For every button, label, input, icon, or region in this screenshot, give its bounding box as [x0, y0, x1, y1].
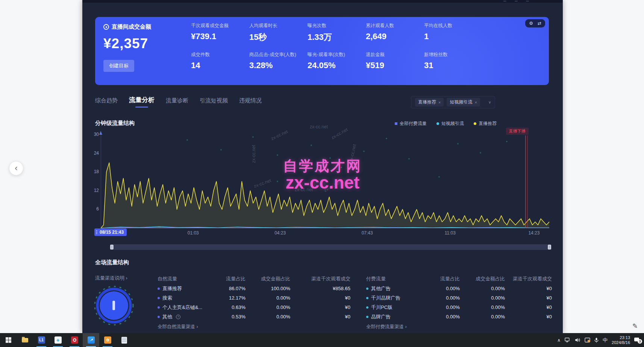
metric-cell: 平均在线人数1 [424, 23, 482, 51]
all-natural-channels-link[interactable]: 全部自然流量渠道 › [158, 324, 198, 330]
range-track [114, 244, 547, 250]
table-row-name[interactable]: 品牌广告 [366, 312, 423, 321]
table-cell: ¥0 [290, 312, 350, 321]
kpi-banner: 直播间成交金额 ¥2,357 创建目标 千次观看成交金额¥739.1人均观看时长… [95, 17, 549, 85]
table-row-name[interactable]: 千川品牌广告 [366, 293, 423, 303]
notification-button[interactable]: 3 [634, 336, 642, 344]
table-cell: ¥0 [505, 293, 552, 303]
table-row-name[interactable]: 其他广告 [366, 284, 423, 293]
gear-icon[interactable]: ⚙ [529, 21, 533, 26]
taskbar-file-explorer[interactable] [17, 333, 33, 347]
close-icon[interactable]: × [438, 100, 441, 105]
x-tick-label: 07:43 [362, 230, 373, 236]
notepad-icon [121, 337, 127, 344]
table-row-name[interactable]: 千川PC版 [366, 303, 423, 312]
tab-流量诊断[interactable]: 流量诊断 [166, 97, 188, 108]
swap-icon[interactable]: ⇄ [538, 21, 541, 26]
metric-cell: 成交件数14 [191, 52, 249, 80]
taskbar-app-live-assistant[interactable] [83, 333, 99, 347]
taskbar-app-red[interactable] [66, 333, 83, 347]
tray-chevron-up-icon[interactable]: ∧ [557, 338, 561, 343]
table-row-name[interactable]: 搜索 [158, 293, 215, 303]
all-paid-channels-link[interactable]: 全部付费流量渠道 › [366, 324, 407, 330]
taskbar-app-orange[interactable] [99, 333, 116, 347]
close-icon[interactable]: × [474, 100, 477, 105]
arrow-app-icon [88, 336, 95, 344]
clock[interactable]: 23:13 2024/8/16 [612, 335, 630, 345]
table-cell: 0.00% [460, 303, 505, 312]
legend-marker [474, 122, 476, 125]
table-row-name[interactable]: 个人主页&店铺&... [158, 303, 215, 312]
watermark-small: zx-cc.net [310, 124, 328, 129]
primary-metric-value: ¥2,357 [103, 36, 151, 52]
metric-label: 千次观看成交金额 [191, 23, 249, 29]
target-icon [103, 24, 109, 30]
create-goal-button[interactable]: 创建目标 [103, 60, 134, 72]
traffic-filter-select[interactable]: 直播推荐×短视频引流× ∨ [411, 96, 495, 108]
table-group-header: 付费流量 [366, 274, 423, 284]
metric-grid: 千次观看成交金额¥739.1人均观看时长15秒曝光次数1.33万累计观看人数2,… [191, 23, 482, 80]
microphone-icon[interactable] [594, 338, 599, 343]
pencil-icon[interactable]: ✎ [632, 322, 638, 330]
taskbar-app-notepad[interactable] [116, 333, 132, 347]
filter-chip[interactable]: 短视频引流× [447, 98, 480, 107]
table-cell: 0.53% [215, 312, 245, 321]
channel-dot [366, 306, 368, 309]
image-tool-icon[interactable] [585, 338, 590, 342]
traffic-donut-chart[interactable] [93, 283, 135, 327]
metric-label: 曝光-观看率(次数) [308, 52, 366, 58]
orange-app-icon [104, 336, 111, 344]
metric-value: 1 [424, 32, 482, 41]
chevron-down-icon[interactable]: ∨ [488, 100, 491, 104]
channel-name: 品牌广告 [371, 314, 391, 320]
tab-引流短视频[interactable]: 引流短视频 [200, 97, 228, 108]
taskbar-app-l1[interactable]: L1 [33, 333, 50, 347]
legend-label: 短视频引流 [441, 120, 464, 127]
legend-label: 直播推荐 [479, 120, 497, 127]
metric-value: ¥519 [366, 61, 424, 70]
channel-dot [158, 288, 160, 290]
table-cell: 0.00% [460, 284, 505, 293]
metric-value: 1.33万 [308, 32, 366, 43]
tab-流量分析[interactable]: 流量分析 [129, 96, 155, 108]
table-column-header: 渠道千次观看成交 [505, 274, 552, 284]
table-row-name[interactable]: 直播推荐 [158, 284, 215, 293]
x-tick-label: 04:23 [274, 230, 286, 236]
table-column-header: 流量占比 [423, 274, 460, 284]
metric-cell: 累计观看人数2,649 [366, 23, 424, 51]
top-strip-dot [515, 1, 518, 2]
time-range-start-badge[interactable]: 08/15 21:43 [94, 228, 127, 236]
chart-range-scrollbar[interactable] [109, 244, 552, 250]
filter-chip[interactable]: 直播推荐× [415, 98, 444, 107]
clock-date: 2024/8/16 [612, 340, 630, 345]
start-button[interactable] [0, 333, 17, 347]
taskbar-app-plus[interactable]: + [50, 333, 66, 347]
table-row-name[interactable]: 其他? [158, 312, 215, 321]
folder-icon [22, 338, 28, 342]
range-handle-left[interactable] [110, 245, 114, 250]
legend-item[interactable]: 短视频引流 [436, 120, 464, 127]
range-handle-right[interactable] [548, 245, 551, 250]
legend-item[interactable]: 全部付费流量 [395, 120, 427, 127]
info-icon[interactable]: ? [176, 315, 180, 319]
table-column-header: 渠道千次观看成交 [290, 274, 350, 284]
tab-违规情况[interactable]: 违规情况 [239, 97, 262, 108]
metric-value: ¥739.1 [191, 32, 249, 41]
filter-chips: 直播推荐×短视频引流× [415, 98, 480, 107]
channel-explain-link[interactable]: 流量渠道说明 › [95, 275, 127, 282]
tab-综合趋势[interactable]: 综合趋势 [95, 97, 118, 108]
ime-indicator[interactable]: 中 [603, 337, 608, 344]
metric-label: 新增粉丝数 [424, 52, 482, 58]
back-button[interactable]: ‹ [9, 161, 23, 175]
metric-label: 人均观看时长 [249, 23, 308, 29]
legend-label: 全部付费流量 [400, 120, 427, 127]
banner-toolbar: ⚙ ⇄ [525, 19, 545, 27]
top-strip-dot [503, 1, 506, 2]
network-icon[interactable] [565, 338, 571, 342]
legend-item[interactable]: 直播推荐 [474, 120, 497, 127]
metric-cell: 人均观看时长15秒 [249, 23, 308, 51]
table-cell: 12.17% [215, 293, 245, 303]
channel-dot [158, 316, 160, 318]
speaker-icon[interactable] [575, 338, 580, 342]
window-top-strip [82, 0, 563, 3]
